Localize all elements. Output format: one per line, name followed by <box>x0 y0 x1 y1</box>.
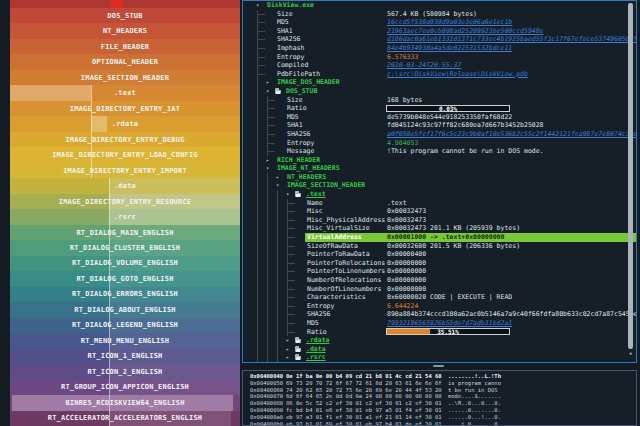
file-map-band[interactable]: IMAGE_DIRECTORY_ENTRY_IAT <box>10 101 240 116</box>
file-map-band[interactable]: FILE_HEADER <box>10 39 240 54</box>
tree-node-row[interactable]: ▸IMAGE_DOS_HEADER <box>243 78 636 87</box>
tree-node-row[interactable]: Message!This program cannot be run in DO… <box>243 147 636 156</box>
tree-node-row[interactable]: ▸RICH_HEADER <box>243 156 636 165</box>
file-map-band[interactable]: OPTIONAL_HEADER <box>10 54 240 69</box>
tree-field-name: Ratio <box>307 328 327 337</box>
tree-node-row[interactable]: SizeOfRawData0x00032600 201.5 KB (206336… <box>243 242 636 251</box>
tree-node-row[interactable]: ▸NT_HEADERS <box>243 173 636 182</box>
file-map-band[interactable] <box>10 0 240 8</box>
tree-node-row[interactable]: ▾DiskView.exe <box>243 1 636 10</box>
file-map-band[interactable]: RT_DIALOG_GOTO_ENGLISH <box>10 271 240 286</box>
tree-guide-line <box>277 353 278 362</box>
tree-node-row[interactable]: ▾.text <box>243 190 636 199</box>
tree-node-row[interactable]: Ratio35.51% <box>243 328 636 337</box>
file-map-band[interactable]: RT_ICON_1_ENGLISH <box>10 349 240 364</box>
panel-splitter-handle[interactable] <box>433 365 444 367</box>
expand-arrow-icon[interactable]: ▸ <box>276 173 279 182</box>
file-map-band[interactable]: IMAGE_DIRECTORY_ENTRY_LOAD_CONFIG <box>10 147 240 162</box>
file-map-band[interactable]: BINRES_RCDISKVIEW64_ENGLISH <box>10 395 240 410</box>
tree-node-row[interactable]: ▸.rsrc <box>243 353 636 362</box>
file-map-band-label: IMAGE_DIRECTORY_ENTRY_DEBUG <box>65 136 184 144</box>
file-map-band[interactable]: .rdata <box>10 116 240 131</box>
file-map-band[interactable]: RT_DIALOG_MAIN_ENGLISH <box>10 225 240 240</box>
tree-node-row[interactable]: ▾DOS_STUB <box>243 87 636 96</box>
tree-node-row[interactable]: Characteristics0x60000020 CODE | EXECUTE… <box>243 293 636 302</box>
hash-link[interactable]: d186dac0a61eb1331d1371c733ec4b1925baed55… <box>387 35 637 44</box>
tree-field-value: 0x00000400 <box>387 250 426 259</box>
file-map-band[interactable]: IMAGE_DIRECTORY_ENTRY_IMPORT <box>10 163 240 178</box>
tree-node-row[interactable]: MD5de5739b048e544e918253350faf68d22 <box>243 113 636 122</box>
collapse-arrow-icon[interactable]: ▾ <box>266 87 269 96</box>
tree-node-row[interactable]: MD579932196565926b55de7d7adb31bd2a1 <box>243 319 636 328</box>
file-map-band[interactable]: RT_DIALOG_LEGEND_ENGLISH <box>10 318 240 333</box>
tree-node-row[interactable]: Entropy6.644224 <box>243 302 636 311</box>
expand-arrow-icon[interactable]: ▸ <box>266 156 269 165</box>
file-map-band[interactable]: IMAGE_SECTION_HEADER <box>10 70 240 85</box>
file-map-band[interactable]: IMAGE_DIRECTORY_ENTRY_DEBUG <box>10 132 240 147</box>
collapse-arrow-icon[interactable]: ▾ <box>256 1 259 10</box>
tree-node-row[interactable]: Size168 bytes <box>243 96 636 105</box>
collapse-arrow-icon[interactable]: ▾ <box>286 190 289 199</box>
tree-node-row[interactable]: Imphash84e4b934930a4a5de022531532bdce11 <box>243 44 636 53</box>
scroll-down-arrow-icon[interactable]: ▾ <box>627 350 634 358</box>
tree-node-row[interactable]: Misc_PhysicalAddress0x00032473 <box>243 216 636 225</box>
hash-link[interactable]: 16ccd5f530a930d9a03e3e06a6e1ec1b <box>387 18 512 27</box>
file-map-band[interactable]: RT_ACCELERATOR_ACCELERATORS_ENGLISH <box>10 411 240 426</box>
file-map-band[interactable]: .data <box>10 178 240 193</box>
tree-node-row[interactable]: ▸.rdata <box>243 336 636 345</box>
tree-node-row[interactable]: Entropy6.576333 <box>243 53 636 62</box>
tree-node-row[interactable]: Misc_VirtualSize0x00032473 201.1 KB (205… <box>243 224 636 233</box>
file-map-band[interactable]: RT_GROUP_ICON_APPICON_ENGLISH <box>10 380 240 395</box>
tree-node-row[interactable]: Entropy4.904053 <box>243 139 636 148</box>
file-map-band[interactable]: RT_ICON_2_ENGLISH <box>10 364 240 379</box>
collapse-arrow-icon[interactable]: ▾ <box>276 181 279 190</box>
tree-node-row[interactable]: Name.text <box>243 199 636 208</box>
tree-node-row[interactable]: Compiled2010-03-24T20:55:37 <box>243 61 636 70</box>
file-map-band[interactable]: RT_MENU_MENU_ENGLISH <box>10 333 240 348</box>
hash-link[interactable]: 2010-03-24T20:55:37 <box>387 61 461 70</box>
tree-node-row[interactable]: SHA256a0f050e5fef17f6c5c23c9b0af10e536b2… <box>243 130 636 139</box>
hash-link[interactable]: a0f050e5fef17f6c5c23c9b0af10e536b2c55c2f… <box>387 130 637 139</box>
collapse-arrow-icon[interactable]: ▾ <box>266 164 269 173</box>
expand-arrow-icon[interactable]: ▸ <box>266 78 269 87</box>
tree-node-row[interactable]: ▸.data <box>243 345 636 354</box>
tree-node-row[interactable]: ▾IMAGE_NT_HEADERS <box>243 164 636 173</box>
tree-node-row[interactable]: Size567.4 KB (580984 bytes) <box>243 10 636 19</box>
tree-node-row[interactable]: PdbFilePathc:\src\DiskView\Release\DiskV… <box>243 70 636 79</box>
pe-tree-panel[interactable]: ▾DiskView.exeSize567.4 KB (580984 bytes)… <box>242 0 637 363</box>
file-map-band[interactable]: RT_DIALOG_ERRORS_ENGLISH <box>10 287 240 302</box>
tree-node-row[interactable]: SHA256890a884b374cccd100a62ac0b5146a7a9c… <box>243 310 636 319</box>
tree-node-row[interactable]: PointerToRawData0x00000400 <box>243 250 636 259</box>
file-map-band[interactable]: RT_DIALOG_VOLUME_ENGLISH <box>10 256 240 271</box>
tree-node-row[interactable]: Ratio0.03% <box>243 104 636 113</box>
tree-node-row[interactable]: PointerToRelocations0x00000000 <box>243 259 636 268</box>
tree-node-label: .data <box>306 345 326 354</box>
tree-node-row[interactable]: MD516ccd5f530a930d9a03e3e06a6e1ec1b <box>243 18 636 27</box>
hash-link[interactable]: 84e4b934930a4a5de022531532bdce11 <box>387 44 512 53</box>
hash-link[interactable]: 79932196565926b55de7d7adb31bd2a1 <box>387 319 512 328</box>
tree-node-row[interactable]: NumberOfLinenumbers0x00000000 <box>243 285 636 294</box>
tree-node-row[interactable]: ▾IMAGE_SECTION_HEADER <box>243 181 636 190</box>
tree-scrollbar-thumb[interactable] <box>628 3 633 349</box>
tree-node-row[interactable]: SHA256d186dac0a61eb1331d1371c733ec4b1925… <box>243 35 636 44</box>
file-map-band[interactable]: RT_DIALOG_CLUSTER_ENGLISH <box>10 240 240 255</box>
tree-node-row[interactable]: PointerToLinenumbers0x00000000 <box>243 267 636 276</box>
tree-node-row[interactable]: Misc0x00032473 <box>243 207 636 216</box>
tree-node-row[interactable]: SHA121963aec7ee0cb808ad25209923be500ccd5… <box>243 27 636 36</box>
expand-arrow-icon[interactable]: ▸ <box>286 345 289 354</box>
file-map-band[interactable]: RT_DIALOG_ABOUT_ENGLISH <box>10 302 240 317</box>
file-map-band[interactable]: .text <box>10 85 240 100</box>
hash-link[interactable]: 21963aec7ee0cb808ad25209923be500ccd5948e <box>387 27 544 36</box>
hexdump-panel[interactable]: 0x004000400e 1f ba 0e 00 b4 09 cd 21 b8 … <box>242 370 637 426</box>
tree-node-row[interactable]: NumberOfRelocations0x00000000 <box>243 276 636 285</box>
tree-node-row[interactable]: VirtualAddress0x00001000 -> .text+0x0000… <box>243 233 636 242</box>
file-map-band[interactable]: .rsrc <box>10 209 240 224</box>
file-map-band[interactable]: DOS_STUB <box>10 8 240 23</box>
file-map-band[interactable]: NT_HEADERS <box>10 23 240 38</box>
tree-node-row[interactable]: SHA1fd045124c93c97ff02c680ea7d667b3452b2… <box>243 121 636 130</box>
hash-link[interactable]: c:\src\DiskView\Release\DiskView.pdb <box>387 70 528 79</box>
hex-address: 0x00400070 <box>250 393 286 400</box>
expand-arrow-icon[interactable]: ▸ <box>286 353 289 362</box>
expand-arrow-icon[interactable]: ▸ <box>286 336 289 345</box>
file-map-band[interactable]: IMAGE_DIRECTORY_ENTRY_RESOURCE <box>10 194 240 209</box>
